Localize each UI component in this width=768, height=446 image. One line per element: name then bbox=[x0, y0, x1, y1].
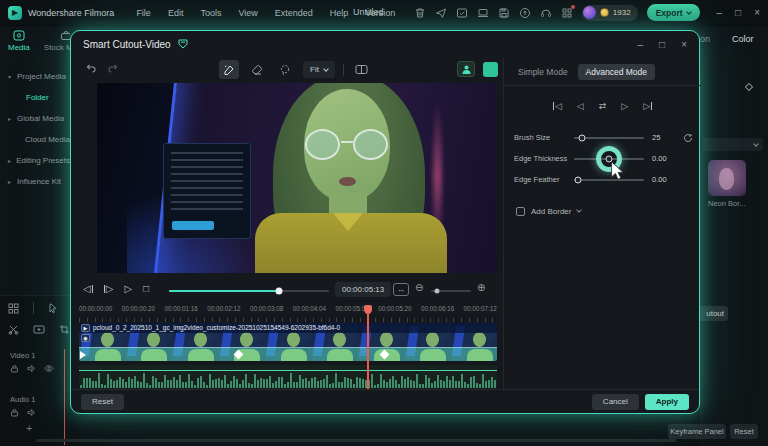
swap-frames-icon[interactable]: ⇄ bbox=[599, 101, 607, 111]
previous-frame-button[interactable]: ◁ bbox=[83, 283, 93, 294]
person-mask-icon[interactable] bbox=[457, 61, 475, 77]
progress-thumb[interactable] bbox=[276, 288, 283, 295]
menu-item-edit[interactable]: Edit bbox=[168, 8, 184, 18]
menu-item-view[interactable]: View bbox=[238, 8, 257, 18]
dialog-minimize-button[interactable]: – bbox=[638, 39, 644, 50]
previous-frame-button[interactable]: ◁ bbox=[577, 101, 584, 111]
audio-clip[interactable] bbox=[79, 365, 497, 389]
next-frame-button[interactable]: ▷ bbox=[621, 101, 628, 111]
eye-icon[interactable] bbox=[44, 364, 54, 373]
sidebar-item-folder[interactable]: Folder bbox=[0, 87, 70, 108]
mask-color-swatch[interactable] bbox=[483, 62, 498, 77]
upload-icon[interactable] bbox=[519, 7, 531, 19]
playback-progress-slider[interactable] bbox=[169, 290, 329, 292]
goto-first-frame-button[interactable]: ◁ bbox=[553, 101, 562, 111]
split-scissors-icon[interactable] bbox=[8, 324, 19, 335]
preset-dropdown[interactable] bbox=[703, 138, 763, 151]
keyframe-diamond-icon[interactable] bbox=[745, 83, 753, 91]
crop-icon[interactable] bbox=[59, 324, 70, 335]
menu-item-help[interactable]: Help bbox=[330, 8, 349, 18]
zoom-fit-dropdown[interactable]: Fit bbox=[303, 61, 335, 78]
mask-keyframe-diamond[interactable] bbox=[233, 350, 243, 360]
tab-partial[interactable]: on bbox=[700, 34, 710, 44]
brush-size-slider[interactable] bbox=[574, 137, 644, 139]
keyframe-panel-button[interactable]: Keyframe Panel bbox=[668, 424, 726, 439]
mute-icon[interactable] bbox=[27, 408, 36, 417]
eraser-button[interactable] bbox=[247, 60, 267, 79]
tab-media[interactable]: Media bbox=[8, 30, 30, 52]
compare-view-button[interactable] bbox=[352, 60, 372, 79]
menu-item-file[interactable]: File bbox=[136, 8, 151, 18]
tab-color[interactable]: Color bbox=[732, 34, 754, 44]
zoom-out-icon[interactable]: ⊖ bbox=[415, 282, 423, 293]
dialog-maximize-button[interactable]: □ bbox=[659, 39, 665, 50]
goto-last-frame-button[interactable]: ▷ bbox=[643, 101, 652, 111]
select-tool-icon[interactable] bbox=[48, 303, 59, 314]
mask-keyframe-band[interactable] bbox=[79, 347, 497, 361]
timeline-reset-button[interactable]: Reset bbox=[730, 424, 758, 439]
brush-size-reset-icon[interactable] bbox=[683, 133, 693, 143]
main-timeline-playhead[interactable] bbox=[64, 349, 65, 445]
tree-arrow-icon: ▸ bbox=[8, 178, 17, 185]
sidebar-item-influence-kit[interactable]: ▸Influence Kit bbox=[0, 171, 70, 192]
account-credits-pill[interactable]: 1932 bbox=[582, 5, 638, 21]
save-icon[interactable] bbox=[498, 7, 510, 19]
avatar[interactable] bbox=[583, 6, 596, 19]
cancel-button[interactable]: Cancel bbox=[592, 394, 639, 410]
stop-button[interactable]: □ bbox=[143, 283, 149, 294]
add-border-checkbox[interactable] bbox=[516, 207, 525, 216]
mask-keyframe-diamond[interactable] bbox=[380, 350, 390, 360]
share-icon[interactable] bbox=[435, 7, 447, 19]
sidebar-item-project-media[interactable]: ▾Project Media bbox=[0, 66, 70, 87]
dialog-close-button[interactable]: × bbox=[681, 39, 687, 50]
tab-stock-media[interactable]: Stock Media bbox=[44, 30, 70, 52]
properties-tabs: on Color bbox=[700, 34, 754, 44]
edge-feather-slider-thumb[interactable] bbox=[575, 176, 582, 183]
task-list-icon[interactable] bbox=[456, 7, 468, 19]
brush-size-slider-thumb[interactable] bbox=[578, 134, 585, 141]
timeline-zoom-slider[interactable] bbox=[431, 290, 471, 292]
lasso-tool-button[interactable] bbox=[275, 60, 295, 79]
preset-thumbnail[interactable] bbox=[708, 160, 746, 196]
play-button[interactable]: ▷ bbox=[124, 283, 132, 294]
timeline-ruler[interactable]: 00:00:00:0000:00:00:2000:00:01:1600:00:0… bbox=[79, 305, 497, 323]
edge-thickness-slider[interactable] bbox=[574, 158, 644, 160]
undo-icon[interactable] bbox=[85, 62, 97, 74]
support-headset-icon[interactable] bbox=[540, 7, 552, 19]
horizontal-scrollbar[interactable] bbox=[36, 439, 676, 442]
apps-grid-icon[interactable] bbox=[561, 7, 573, 19]
sidebar-item-global-media[interactable]: ▸Global Media bbox=[0, 108, 70, 129]
reset-button[interactable]: Reset bbox=[81, 394, 124, 410]
video-track-controls bbox=[10, 364, 54, 373]
close-button[interactable]: × bbox=[754, 7, 760, 18]
add-border-row[interactable]: Add Border bbox=[516, 203, 581, 219]
lock-icon[interactable] bbox=[10, 364, 19, 373]
tab-simple-mode[interactable]: Simple Mode bbox=[518, 67, 568, 77]
device-icon[interactable] bbox=[477, 7, 489, 19]
video-preview[interactable] bbox=[97, 83, 497, 273]
edge-feather-slider[interactable] bbox=[574, 179, 644, 181]
lock-icon[interactable] bbox=[10, 408, 19, 417]
apply-button[interactable]: Apply bbox=[645, 394, 689, 410]
tracks-grid-icon[interactable] bbox=[8, 303, 19, 314]
add-track-button[interactable]: + bbox=[26, 422, 32, 434]
redo-icon[interactable] bbox=[107, 62, 119, 74]
minimize-button[interactable]: – bbox=[717, 7, 723, 18]
zoom-in-icon[interactable]: ⊕ bbox=[477, 282, 485, 293]
fit-timeline-icon[interactable]: ↔ bbox=[393, 283, 409, 296]
tab-advanced-mode[interactable]: Advanced Mode bbox=[578, 64, 655, 80]
export-button[interactable]: Export bbox=[647, 4, 700, 21]
menu-item-tools[interactable]: Tools bbox=[200, 8, 221, 18]
menu-item-extended[interactable]: Extended bbox=[275, 8, 313, 18]
smart-brush-button[interactable] bbox=[219, 60, 239, 79]
add-marker-icon[interactable] bbox=[33, 324, 45, 335]
sidebar-item-editing-presets[interactable]: ▸Editing Presets bbox=[0, 150, 70, 171]
timeline-toolbar-row2 bbox=[8, 324, 70, 335]
next-frame-button[interactable]: ▷ bbox=[104, 283, 114, 294]
video-clip[interactable]: pcloud_0_2_202510_1_gc_img2video_customi… bbox=[79, 323, 497, 361]
zoom-thumb[interactable] bbox=[435, 289, 440, 294]
maximize-button[interactable]: □ bbox=[735, 7, 741, 18]
trash-icon[interactable] bbox=[414, 7, 426, 19]
mute-icon[interactable] bbox=[27, 364, 36, 373]
sidebar-item-cloud-media[interactable]: Cloud Media bbox=[0, 129, 70, 150]
